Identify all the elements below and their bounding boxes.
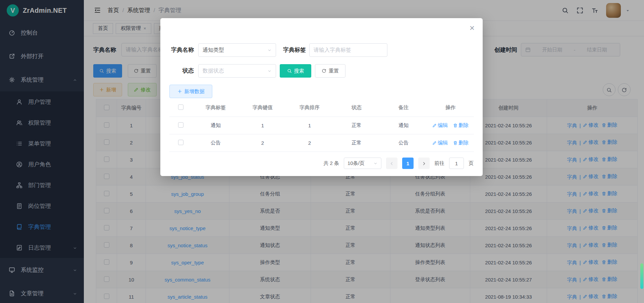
dict-name-select[interactable]: 通知类型 bbox=[198, 43, 276, 57]
dict-data-modal: × 字典名称 通知类型 字典标签 状态 数据状态 搜索 重置 新增数据 字典标签… bbox=[160, 18, 483, 176]
dict-name-select-value: 通知类型 bbox=[203, 47, 224, 54]
dict-sort-cell: 2 bbox=[286, 134, 333, 152]
chevron-down-icon bbox=[267, 48, 272, 52]
dict-data-table-body: 通知11正常通知编辑删除公告22正常公告编辑删除 bbox=[169, 117, 474, 152]
column-header: 字典排序 bbox=[286, 99, 333, 117]
plus-icon bbox=[177, 89, 182, 94]
goto-label: 前往 bbox=[434, 160, 444, 167]
dict-sort-cell: 1 bbox=[286, 117, 333, 134]
dict-value-cell: 1 bbox=[239, 117, 286, 134]
status-cell: 正常 bbox=[333, 134, 380, 152]
refresh-icon bbox=[322, 69, 326, 73]
column-header: 状态 bbox=[333, 99, 380, 117]
modal-dict-label-label: 字典标签 bbox=[278, 43, 306, 57]
table-row: 公告22正常公告编辑删除 bbox=[169, 134, 474, 152]
add-data-button-label: 新增数据 bbox=[184, 88, 205, 95]
delete-link[interactable]: 删除 bbox=[453, 140, 469, 146]
page-size-select[interactable]: 10条/页 bbox=[344, 158, 381, 169]
row-checkbox[interactable] bbox=[178, 140, 183, 145]
chevron-down-icon bbox=[373, 161, 378, 166]
status-select-placeholder: 数据状态 bbox=[203, 68, 224, 75]
close-icon[interactable]: × bbox=[470, 24, 475, 32]
dict-label-cell: 公告 bbox=[192, 134, 239, 152]
status-select[interactable]: 数据状态 bbox=[198, 64, 276, 78]
edit-link[interactable]: 编辑 bbox=[432, 122, 448, 129]
next-page-button[interactable] bbox=[418, 158, 430, 169]
ops-cell: 编辑删除 bbox=[427, 117, 474, 134]
page-unit-label: 页 bbox=[469, 160, 474, 167]
table-header-row: 字典标签字典键值字典排序状态备注操作 bbox=[169, 99, 474, 117]
remark-cell: 通知 bbox=[380, 117, 427, 134]
total-count: 共 2 条 bbox=[323, 160, 339, 167]
chevron-left-icon bbox=[389, 161, 394, 166]
row-checkbox[interactable] bbox=[178, 122, 183, 128]
column-header: 备注 bbox=[380, 99, 427, 117]
dict-value-cell: 2 bbox=[239, 134, 286, 152]
dict-label-input[interactable] bbox=[309, 43, 387, 57]
page-size-value: 10条/页 bbox=[347, 160, 365, 167]
remark-cell: 公告 bbox=[380, 134, 427, 152]
page-1-button[interactable]: 1 bbox=[402, 158, 414, 169]
status-cell: 正常 bbox=[333, 117, 380, 134]
select-all-checkbox[interactable] bbox=[178, 104, 183, 110]
search-icon bbox=[287, 69, 292, 73]
add-data-button[interactable]: 新增数据 bbox=[169, 85, 212, 98]
chevron-down-icon bbox=[267, 69, 272, 73]
modal-status-label: 状态 bbox=[167, 64, 194, 78]
prev-page-button[interactable] bbox=[386, 158, 397, 169]
dict-data-table-wrap: 字典标签字典键值字典排序状态备注操作 通知11正常通知编辑删除公告22正常公告编… bbox=[169, 99, 474, 152]
modal-search-button-label: 搜索 bbox=[294, 68, 304, 74]
edit-link[interactable]: 编辑 bbox=[432, 140, 448, 146]
goto-page-input[interactable] bbox=[449, 158, 464, 169]
dict-data-table: 字典标签字典键值字典排序状态备注操作 通知11正常通知编辑删除公告22正常公告编… bbox=[169, 99, 474, 152]
scrollbar-thumb[interactable] bbox=[640, 263, 643, 289]
modal-search-button[interactable]: 搜索 bbox=[280, 64, 311, 78]
chevron-right-icon bbox=[422, 161, 426, 166]
modal-reset-button-label: 重置 bbox=[329, 68, 339, 74]
pagination: 共 2 条 10条/页 1 前往 页 bbox=[169, 158, 474, 169]
ops-cell: 编辑删除 bbox=[427, 134, 474, 152]
modal-reset-button[interactable]: 重置 bbox=[315, 64, 345, 78]
column-header: 操作 bbox=[427, 99, 474, 117]
delete-link[interactable]: 删除 bbox=[453, 122, 469, 129]
table-row: 通知11正常通知编辑删除 bbox=[169, 117, 474, 134]
column-header: 字典键值 bbox=[239, 99, 286, 117]
column-header: 字典标签 bbox=[192, 99, 239, 117]
dict-data-table-head: 字典标签字典键值字典排序状态备注操作 bbox=[169, 99, 474, 117]
modal-dict-name-label: 字典名称 bbox=[167, 43, 194, 57]
dict-label-cell: 通知 bbox=[192, 117, 239, 134]
